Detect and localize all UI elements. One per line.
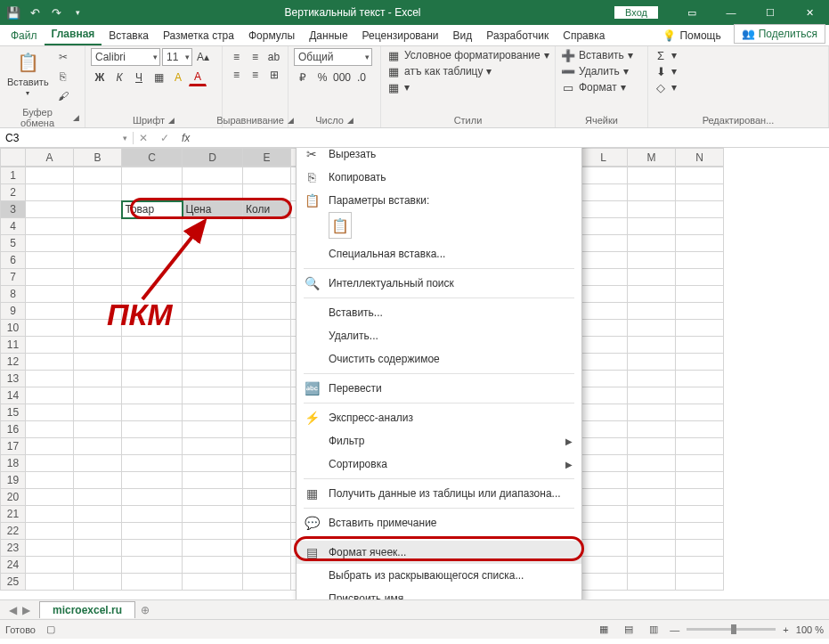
cell[interactable] bbox=[26, 438, 74, 455]
cell[interactable] bbox=[676, 235, 724, 252]
cell[interactable] bbox=[243, 489, 291, 506]
currency-icon[interactable]: ₽ bbox=[294, 69, 312, 86]
minimize-icon[interactable]: — bbox=[711, 0, 751, 25]
merge-icon[interactable]: ⊞ bbox=[265, 66, 282, 84]
tab-nav-prev-icon[interactable]: ◀ bbox=[9, 604, 17, 616]
sheet-tab[interactable]: microexcel.ru bbox=[39, 601, 135, 618]
cell[interactable] bbox=[122, 354, 183, 371]
cell[interactable] bbox=[676, 184, 724, 201]
row-header[interactable]: 11 bbox=[1, 337, 26, 354]
tab-developer[interactable]: Разработчик bbox=[479, 26, 556, 45]
cell[interactable] bbox=[243, 472, 291, 489]
cell[interactable] bbox=[26, 404, 74, 421]
format-painter-icon[interactable]: 🖌 bbox=[54, 87, 72, 105]
fx-icon[interactable]: fx bbox=[182, 132, 190, 144]
cell[interactable] bbox=[676, 438, 724, 455]
name-box[interactable]: C3 bbox=[0, 132, 134, 144]
cell[interactable] bbox=[628, 252, 676, 269]
cell[interactable] bbox=[122, 337, 183, 354]
cell[interactable]: Цена bbox=[183, 201, 243, 218]
cell[interactable] bbox=[580, 438, 628, 455]
increase-decimal-icon[interactable]: .0 bbox=[353, 69, 370, 86]
cell[interactable] bbox=[26, 303, 74, 320]
cell-styles-button[interactable]: ▦ ▾ bbox=[386, 80, 549, 94]
cell[interactable] bbox=[628, 421, 676, 438]
cell[interactable] bbox=[628, 201, 676, 218]
col-header[interactable]: L bbox=[580, 149, 628, 167]
cell[interactable] bbox=[676, 472, 724, 489]
tab-data[interactable]: Данные bbox=[302, 26, 354, 45]
cell[interactable] bbox=[243, 337, 291, 354]
cell[interactable] bbox=[628, 404, 676, 421]
clear-button[interactable]: ◇▾ bbox=[654, 80, 823, 94]
row-header[interactable]: 1 bbox=[1, 167, 26, 184]
cell[interactable] bbox=[676, 201, 724, 218]
worksheet[interactable]: A B C D E F G H I J K L M N 123ТоварЦена… bbox=[0, 148, 829, 599]
cell[interactable] bbox=[26, 523, 74, 540]
cell[interactable] bbox=[243, 235, 291, 252]
cell[interactable] bbox=[676, 574, 724, 591]
cell[interactable] bbox=[628, 438, 676, 455]
cell[interactable] bbox=[628, 354, 676, 371]
ctx-clear[interactable]: Очистить содержимое bbox=[297, 347, 581, 371]
cell[interactable] bbox=[580, 303, 628, 320]
col-header[interactable]: M bbox=[628, 149, 676, 167]
col-header[interactable]: A bbox=[26, 149, 74, 167]
cell[interactable] bbox=[122, 557, 183, 574]
cell[interactable] bbox=[628, 269, 676, 286]
ribbon-options-icon[interactable]: ▭ bbox=[672, 0, 711, 25]
select-all-button[interactable] bbox=[1, 149, 26, 167]
row-header[interactable]: 6 bbox=[1, 252, 26, 269]
ctx-paste-special[interactable]: Специальная вставка... bbox=[297, 242, 581, 265]
cell[interactable] bbox=[183, 354, 243, 371]
ctx-insert-comment[interactable]: 💬Вставить примечание bbox=[297, 511, 581, 534]
tab-view[interactable]: Вид bbox=[446, 26, 480, 45]
cell[interactable] bbox=[122, 506, 183, 523]
zoom-slider[interactable] bbox=[687, 628, 776, 631]
page-break-view-icon[interactable]: ▥ bbox=[645, 623, 662, 637]
ctx-insert[interactable]: Вставить... bbox=[297, 301, 581, 324]
increase-font-icon[interactable]: A▴ bbox=[194, 48, 212, 66]
cell[interactable] bbox=[580, 167, 628, 184]
cell[interactable] bbox=[183, 337, 243, 354]
align-middle-icon[interactable]: ≡ bbox=[247, 48, 264, 66]
ctx-define-name[interactable]: Присвоить имя... bbox=[297, 587, 581, 599]
number-format-combo[interactable]: Общий bbox=[294, 48, 372, 66]
align-left-icon[interactable]: ≡ bbox=[228, 66, 245, 84]
cell[interactable] bbox=[26, 540, 74, 557]
cell[interactable] bbox=[183, 269, 243, 286]
cell[interactable] bbox=[676, 404, 724, 421]
tab-review[interactable]: Рецензировани bbox=[355, 26, 446, 45]
row-header[interactable]: 15 bbox=[1, 404, 26, 421]
cell[interactable] bbox=[676, 506, 724, 523]
cell[interactable] bbox=[122, 472, 183, 489]
ctx-delete[interactable]: Удалить... bbox=[297, 324, 581, 347]
row-header[interactable]: 18 bbox=[1, 455, 26, 472]
cell[interactable] bbox=[676, 286, 724, 303]
underline-button[interactable]: Ч bbox=[130, 69, 148, 86]
enter-icon[interactable]: ✓ bbox=[160, 132, 169, 144]
cell[interactable] bbox=[122, 218, 183, 235]
col-header[interactable]: D bbox=[183, 149, 243, 167]
cell[interactable] bbox=[676, 303, 724, 320]
cell[interactable] bbox=[243, 523, 291, 540]
ctx-quick-analysis[interactable]: ⚡Экспресс-анализ bbox=[297, 406, 581, 429]
cell[interactable] bbox=[183, 472, 243, 489]
wrap-text-icon[interactable]: ab bbox=[265, 48, 282, 66]
cell[interactable] bbox=[74, 506, 122, 523]
cell[interactable] bbox=[676, 455, 724, 472]
cell[interactable] bbox=[26, 201, 74, 218]
cell[interactable] bbox=[628, 489, 676, 506]
cell[interactable] bbox=[580, 404, 628, 421]
cell[interactable] bbox=[183, 523, 243, 540]
cell[interactable] bbox=[122, 184, 183, 201]
row-header[interactable]: 4 bbox=[1, 218, 26, 235]
cell[interactable] bbox=[26, 218, 74, 235]
cell[interactable] bbox=[628, 184, 676, 201]
cell[interactable] bbox=[580, 455, 628, 472]
cut-icon[interactable]: ✂ bbox=[54, 48, 72, 66]
format-as-table-button[interactable]: ▦атъ как таблицу ▾ bbox=[386, 64, 549, 78]
cell[interactable] bbox=[183, 252, 243, 269]
normal-view-icon[interactable]: ▦ bbox=[595, 623, 613, 637]
row-header[interactable]: 7 bbox=[1, 269, 26, 286]
